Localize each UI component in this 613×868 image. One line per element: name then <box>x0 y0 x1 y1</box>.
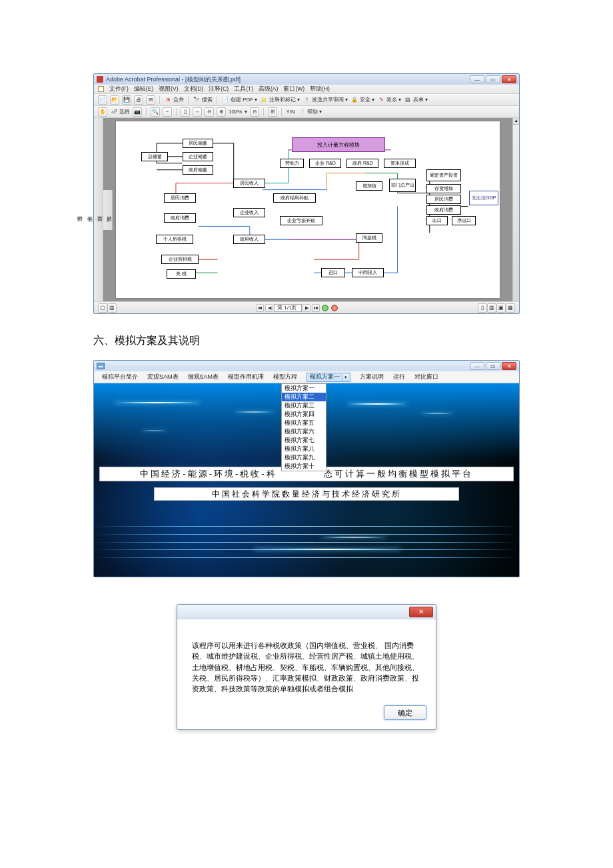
page-layout-icon[interactable]: ▥ <box>107 303 117 313</box>
left-pane-tabs-2[interactable]: 扩展 签名 <box>103 190 113 230</box>
nav-fwd-icon[interactable] <box>331 305 338 311</box>
vertical-scrollbar[interactable]: ▴ <box>512 118 519 301</box>
chart-app-icon <box>97 363 105 369</box>
zoom-minus-icon[interactable]: ⊖ <box>205 107 214 117</box>
node-resident-consume: 居民消费 <box>164 193 196 203</box>
page-size-icon[interactable]: ▢ <box>98 303 107 313</box>
continuous-icon[interactable]: ▥ <box>487 303 496 313</box>
maximize-button[interactable]: ▭ <box>486 75 500 83</box>
menu-desc[interactable]: 方案说明 <box>360 373 384 381</box>
help-icon: ❔ <box>298 108 306 116</box>
zoom-out-icon[interactable]: − <box>163 107 172 117</box>
scroll-up-icon[interactable]: ▴ <box>513 118 519 125</box>
menu-micro-sam[interactable]: 微观SAM表 <box>188 373 219 381</box>
print-icon[interactable]: 🖨 <box>134 95 143 105</box>
new-icon[interactable]: 📄 <box>98 95 107 105</box>
menu-advanced[interactable]: 高级(A) <box>259 85 278 93</box>
option-10[interactable]: 模拟方案十 <box>282 462 326 471</box>
chevron-down-icon[interactable]: ▾ <box>342 374 348 381</box>
zoom-tool-icon[interactable]: 🔍 <box>151 107 160 117</box>
nav-back-icon[interactable] <box>322 305 328 311</box>
create-pdf-button[interactable]: 📄创建 PDF ▾ <box>221 96 257 104</box>
menu-comment[interactable]: 注释(C) <box>209 85 229 93</box>
security-button[interactable]: 🔒安全 ▾ <box>350 96 374 104</box>
fit-page-icon[interactable]: ▯ <box>181 107 190 117</box>
menu-help[interactable]: 帮助(H) <box>310 85 330 93</box>
option-8[interactable]: 模拟方案八 <box>282 445 326 453</box>
stripe-decor <box>94 526 519 558</box>
menu-intro[interactable]: 模拟平台简介 <box>102 373 138 381</box>
yn-tool[interactable]: Y/N <box>286 109 295 115</box>
send-review-button[interactable]: ⇪发送共享审阅 ▾ <box>303 96 348 104</box>
option-4[interactable]: 模拟方案四 <box>282 410 326 419</box>
single-page-icon[interactable]: ▯ <box>478 303 487 313</box>
hand-tool-icon[interactable]: ✋ <box>98 107 107 117</box>
maximize-button[interactable]: ▭ <box>486 362 500 370</box>
minimize-button[interactable]: — <box>470 362 484 370</box>
select-tool[interactable]: ⮰选择 <box>110 108 130 116</box>
menu-equations[interactable]: 模型方程 <box>273 373 297 381</box>
save-icon[interactable]: 💾 <box>122 95 131 105</box>
zoom-plus-icon[interactable]: ⊕ <box>217 107 226 117</box>
message-dialog: ✕ 该程序可以用来进行各种税收政策（国内增值税、营业税、 国内消费税、城市维护建… <box>177 604 436 730</box>
node-resident-consume-2: 居民消费 <box>426 195 461 204</box>
help-button[interactable]: ❔帮助 ▾ <box>298 108 322 116</box>
fit-width-icon[interactable]: ↔ <box>193 107 202 117</box>
flare-decor <box>347 403 407 405</box>
page-display-icon[interactable]: ⊞ <box>268 107 277 117</box>
email-icon[interactable]: ✉ <box>146 95 155 105</box>
menu-run[interactable]: 运行 <box>393 373 405 381</box>
node-govt-income: 政府收入 <box>233 235 265 244</box>
form-icon: ▤ <box>404 96 412 104</box>
zoom-value[interactable]: 100% <box>229 109 242 115</box>
menu-document[interactable]: 文档(D) <box>184 85 204 93</box>
left-pane-tabs-1[interactable]: 页面 书签 附件 <box>94 118 103 301</box>
option-7[interactable]: 模拟方案七 <box>282 436 326 445</box>
menu-tools[interactable]: 工具(T) <box>234 85 253 93</box>
dialog-close-button[interactable]: ✕ <box>409 607 433 617</box>
pdf-page: 居民储蓄 企业储蓄 政府储蓄 总储蓄 投入计量方程模块 劳动力 企业 R&D 政… <box>115 121 500 299</box>
continuous-facing-icon[interactable]: ▦ <box>506 303 515 313</box>
scenario-dropdown[interactable]: 模拟方案一 模拟方案二 模拟方案三 模拟方案四 模拟方案五 模拟方案六 模拟方案… <box>281 383 326 471</box>
separator <box>176 108 177 116</box>
combine-button[interactable]: ⊕合并 <box>164 96 184 104</box>
rotate-icon[interactable]: ⊖ <box>250 107 259 117</box>
menu-window[interactable]: 窗口(W) <box>283 85 305 93</box>
option-3[interactable]: 模拟方案三 <box>282 401 326 410</box>
prev-page-icon[interactable]: ◀ <box>265 304 273 312</box>
forms-button[interactable]: ▤表单 ▾ <box>404 96 428 104</box>
menu-file[interactable]: 文件(F) <box>109 85 129 93</box>
sim-body: 模拟方案一 模拟方案二 模拟方案三 模拟方案四 模拟方案五 模拟方案六 模拟方案… <box>94 383 519 577</box>
scenario-combobox[interactable]: 模拟方案一 ▾ <box>306 373 350 382</box>
search-button[interactable]: 🔭搜索 <box>193 96 213 104</box>
option-1[interactable]: 模拟方案一 <box>282 384 326 393</box>
option-2[interactable]: 模拟方案二 <box>282 393 326 401</box>
node-govt-consume: 政府消费 <box>164 213 196 223</box>
open-icon[interactable]: 📂 <box>110 95 119 105</box>
facing-icon[interactable]: ▣ <box>496 303 506 313</box>
next-page-icon[interactable]: ▶ <box>303 304 310 312</box>
option-9[interactable]: 模拟方案九 <box>282 453 326 462</box>
menu-mechanism[interactable]: 模型作用机理 <box>228 373 264 381</box>
page-indicator[interactable]: 第 1/1页 <box>274 304 302 312</box>
menu-edit[interactable]: 编辑(E) <box>134 85 153 93</box>
close-button[interactable]: ✕ <box>502 362 516 370</box>
comments-button[interactable]: ▤注释和标记 ▾ <box>260 96 300 104</box>
menu-compare[interactable]: 对比窗口 <box>414 373 438 381</box>
minimize-button[interactable]: — <box>470 75 484 83</box>
snapshot-icon[interactable]: 📷 <box>133 107 142 117</box>
option-5[interactable]: 模拟方案五 <box>282 419 326 427</box>
sign-button[interactable]: ✎签名 ▾ <box>377 96 401 104</box>
option-6[interactable]: 模拟方案六 <box>282 427 326 436</box>
banner-1-post: 态可计算一般均衡模型模拟平台 <box>324 468 473 480</box>
last-page-icon[interactable]: ⏭ <box>312 304 320 312</box>
menu-view[interactable]: 视图(V) <box>159 85 178 93</box>
combine-icon: ⊕ <box>164 96 172 104</box>
close-button[interactable]: ✕ <box>502 75 516 83</box>
first-page-icon[interactable]: ⏮ <box>256 304 264 312</box>
flare-decor <box>420 413 454 414</box>
separator <box>281 108 282 116</box>
ok-button[interactable]: 确定 <box>384 705 426 720</box>
separator <box>188 96 189 104</box>
menu-macro-sam[interactable]: 宏观SAM表 <box>147 373 179 381</box>
